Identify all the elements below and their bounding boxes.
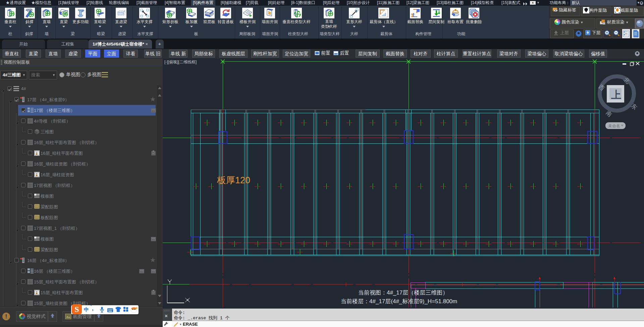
- svg-text:上: 上: [611, 89, 621, 100]
- svg-text:当前视图：4#_17层（楼层三维图）: 当前视图：4#_17层（楼层三维图）: [358, 289, 448, 296]
- svg-text:板厚120: 板厚120: [217, 175, 250, 185]
- svg-text:当前楼层：4#_17层(4#_标准层9)_H=51.800m: 当前楼层：4#_17层(4#_标准层9)_H=51.800m: [341, 298, 457, 305]
- svg-text:未命名: 未命名: [608, 124, 620, 128]
- svg-text:[-][俯视][二维线框]: [-][俯视][二维线框]: [164, 60, 197, 64]
